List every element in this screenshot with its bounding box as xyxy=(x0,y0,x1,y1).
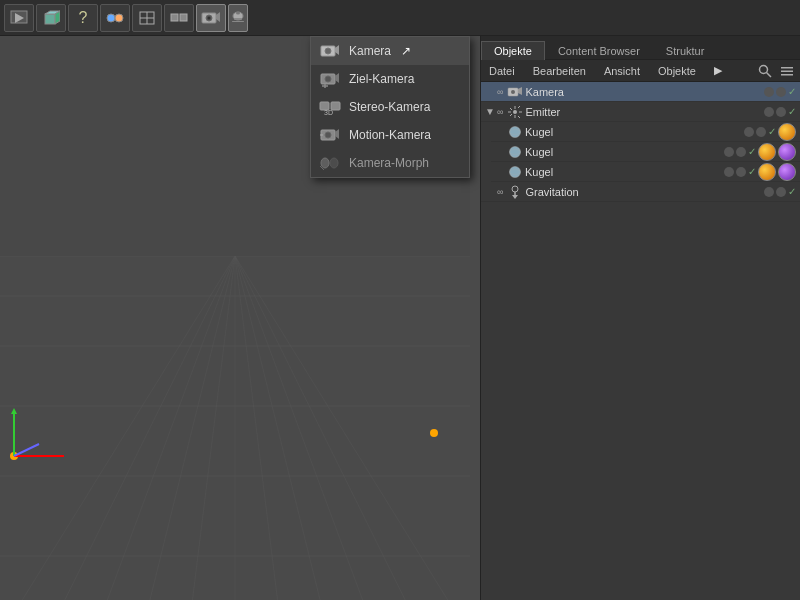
tab-objekte[interactable]: Objekte xyxy=(481,41,545,60)
svg-rect-17 xyxy=(234,18,242,20)
kamera-dot1[interactable] xyxy=(764,87,774,97)
svg-line-28 xyxy=(235,256,329,600)
kamera-controls: ✓ xyxy=(764,86,796,97)
emitter-dot1[interactable] xyxy=(764,107,774,117)
right-panel: Objekte Content Browser Struktur Datei B… xyxy=(480,36,800,600)
morph-camera-icon xyxy=(319,154,341,172)
kugel3-icon xyxy=(507,164,523,180)
obj-row-kamera[interactable]: ∞ Kamera ✓ xyxy=(481,82,800,102)
svg-marker-44 xyxy=(335,45,339,55)
gravitation-dot1[interactable] xyxy=(764,187,774,197)
obj-row-kugel3[interactable]: Kugel ✓ xyxy=(491,162,800,182)
gravitation-check[interactable]: ✓ xyxy=(788,186,796,197)
axis-indicator xyxy=(4,406,84,489)
kamera-check[interactable]: ✓ xyxy=(788,86,796,97)
dropdown-item-ziel-kamera[interactable]: Ziel-Kamera xyxy=(311,65,469,93)
infinity-gravitation: ∞ xyxy=(497,187,503,197)
svg-line-75 xyxy=(518,116,520,118)
obj-row-kugel2[interactable]: Kugel ✓ xyxy=(491,142,800,162)
toolbar-icon-morph[interactable] xyxy=(100,4,130,32)
svg-point-19 xyxy=(236,11,240,14)
svg-marker-86 xyxy=(512,195,518,199)
obj-row-kugel1[interactable]: Kugel ✓ xyxy=(491,122,800,142)
dropdown-label-ziel: Ziel-Kamera xyxy=(349,72,414,86)
settings-icon-btn[interactable] xyxy=(778,62,796,80)
svg-point-56 xyxy=(325,132,331,138)
svg-point-61 xyxy=(760,65,768,73)
main-layout: Kamera ↗ Ziel-Kamera xyxy=(0,36,800,600)
toolbar-icon-cube[interactable] xyxy=(36,4,66,32)
kugel3-dot2[interactable] xyxy=(736,167,746,177)
kugel3-material-orange[interactable] xyxy=(758,163,776,181)
gravitation-name: Gravitation xyxy=(525,186,762,198)
dropdown-label-stereo: Stereo-Kamera xyxy=(349,100,430,114)
kugel1-dot1[interactable] xyxy=(744,127,754,137)
cursor-arrow: ↗ xyxy=(401,44,411,58)
toolbar-icon-array[interactable] xyxy=(164,4,194,32)
obj-row-gravitation[interactable]: ∞ Gravitation ✓ xyxy=(481,182,800,202)
tab-content-browser[interactable]: Content Browser xyxy=(545,41,653,60)
kugel2-check[interactable]: ✓ xyxy=(748,146,756,157)
viewport[interactable]: Kamera ↗ Ziel-Kamera xyxy=(0,36,480,600)
menu-datei[interactable]: Datei xyxy=(485,65,519,77)
dropdown-item-motion[interactable]: Motion-Kamera xyxy=(311,121,469,149)
svg-marker-40 xyxy=(11,408,17,414)
svg-point-58 xyxy=(321,158,329,168)
kamera-dot2[interactable] xyxy=(776,87,786,97)
svg-rect-18 xyxy=(232,21,244,22)
svg-point-48 xyxy=(325,76,331,82)
camera-dropdown: Kamera ↗ Ziel-Kamera xyxy=(310,36,470,178)
kugel3-check[interactable]: ✓ xyxy=(748,166,756,177)
kugel2-material-purple[interactable] xyxy=(778,143,796,161)
svg-line-24 xyxy=(141,256,235,600)
svg-line-27 xyxy=(235,256,282,600)
kugel3-controls: ✓ xyxy=(724,163,796,181)
obj-row-emitter[interactable]: ▼ ∞ Emitter xyxy=(481,102,800,122)
svg-point-80 xyxy=(510,146,521,157)
camera-icon xyxy=(319,42,341,60)
svg-point-6 xyxy=(115,14,123,22)
toolbar-icon-camera-active[interactable] xyxy=(196,4,226,32)
menu-objekte[interactable]: Objekte xyxy=(654,65,700,77)
menu-bearbeiten[interactable]: Bearbeiten xyxy=(529,65,590,77)
orange-particle xyxy=(430,429,438,437)
emitter-dot2[interactable] xyxy=(776,107,786,117)
menu-ansicht[interactable]: Ansicht xyxy=(600,65,644,77)
kugel3-material-purple[interactable] xyxy=(778,163,796,181)
kugel1-check[interactable]: ✓ xyxy=(768,126,776,137)
dropdown-item-kamera[interactable]: Kamera ↗ xyxy=(311,37,469,65)
kugel2-material-orange[interactable] xyxy=(758,143,776,161)
svg-rect-64 xyxy=(781,70,793,72)
emitter-controls: ✓ xyxy=(764,106,796,117)
svg-line-31 xyxy=(235,256,470,600)
toolbar-icon-question[interactable]: ? xyxy=(68,4,98,32)
kugel2-dot1[interactable] xyxy=(724,147,734,157)
svg-marker-55 xyxy=(335,129,339,139)
dropdown-label-motion: Motion-Kamera xyxy=(349,128,431,142)
search-icon-btn[interactable] xyxy=(756,62,774,80)
gravitation-controls: ✓ xyxy=(764,186,796,197)
kugel1-dot2[interactable] xyxy=(756,127,766,137)
tab-struktur[interactable]: Struktur xyxy=(653,41,718,60)
toolbar-icon-camera-dropdown-trigger[interactable] xyxy=(228,4,248,32)
svg-line-42 xyxy=(14,444,39,456)
emitter-name: Emitter xyxy=(525,106,762,118)
dropdown-item-morph[interactable]: Kamera-Morph xyxy=(311,149,469,177)
toolbar-icon-lattice[interactable] xyxy=(132,4,162,32)
toolbar-icon-render[interactable] xyxy=(4,4,34,32)
menu-arrow[interactable]: ▶ xyxy=(710,64,726,77)
gravitation-dot2[interactable] xyxy=(776,187,786,197)
emitter-check[interactable]: ✓ xyxy=(788,106,796,117)
kugel1-material[interactable] xyxy=(778,123,796,141)
kugel3-dot1[interactable] xyxy=(724,167,734,177)
svg-rect-2 xyxy=(45,14,55,24)
kamera-name: Kamera xyxy=(525,86,762,98)
infinity-kamera: ∞ xyxy=(497,87,503,97)
dropdown-item-stereo[interactable]: 3D Stereo-Kamera xyxy=(311,93,469,121)
kugel2-dot2[interactable] xyxy=(736,147,746,157)
svg-line-30 xyxy=(235,256,423,600)
gravitation-icon xyxy=(507,184,523,200)
target-camera-icon xyxy=(319,70,341,88)
kugel3-name: Kugel xyxy=(525,166,722,178)
menu-icons-right xyxy=(756,62,796,80)
